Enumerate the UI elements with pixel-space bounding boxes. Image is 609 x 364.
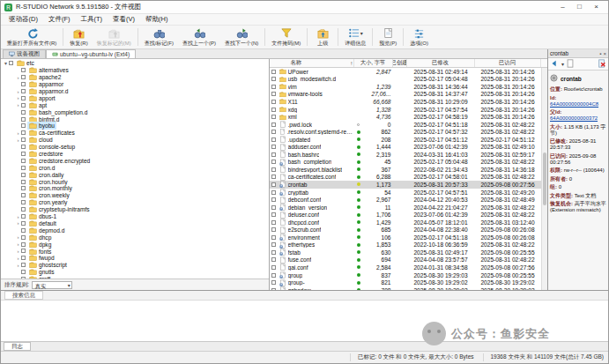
- expand-arrow-icon[interactable]: ›: [15, 220, 21, 226]
- checkbox[interactable]: [271, 288, 276, 290]
- scrollbar-thumb[interactable]: [543, 152, 546, 205]
- toolbar-button-10[interactable]: 预览(P): [375, 26, 401, 48]
- file-row-dhcpcd.conf[interactable]: dhcpcd.conf1,4292024-05-07 18:12:012025-…: [270, 219, 547, 227]
- close-panel-icon[interactable]: ×: [603, 51, 606, 56]
- expand-arrow-icon[interactable]: ›: [15, 89, 21, 94]
- file-row-group[interactable]: group8372025-08-30 19:29:032025-09-08 00…: [270, 271, 547, 279]
- collapse-arrow-icon[interactable]: ▾: [3, 60, 9, 66]
- file-row-usb_modeswitch.d[interactable]: usb_modeswitch.d2025-02-17 05:04:482025-…: [270, 76, 547, 84]
- file-row-xdg[interactable]: xdg1,3282025-02-17 04:57:542025-08-31 20…: [270, 106, 547, 114]
- file-row-ethertypes[interactable]: ethertypes1,8532022-10-18 06:36:592025-0…: [270, 241, 547, 249]
- menu-item-4[interactable]: 帮助(H): [140, 15, 173, 24]
- maximize-button[interactable]: □: [571, 1, 588, 13]
- file-row-UPower[interactable]: UPower2,8472025-08-31 02:49:142025-08-31…: [270, 68, 547, 76]
- checkbox[interactable]: [21, 96, 26, 100]
- checkbox[interactable]: [271, 160, 276, 164]
- checkbox[interactable]: [271, 167, 276, 172]
- checkbox[interactable]: [271, 205, 276, 210]
- checkbox[interactable]: [21, 75, 26, 79]
- expand-arrow-icon[interactable]: ›: [15, 214, 21, 219]
- pin-icon[interactable]: ▪: [599, 51, 601, 56]
- checkbox[interactable]: [271, 77, 276, 81]
- checkbox[interactable]: [21, 159, 26, 163]
- file-row-vim[interactable]: vim1,2392025-08-31 14:36:442025-08-31 20…: [270, 83, 547, 91]
- toolbar-button-7[interactable]: 文件掩码(M): [267, 26, 305, 48]
- checkbox[interactable]: [21, 117, 26, 122]
- file-row-bash.bashrc[interactable]: bash.bashrc2,3192024-03-31 16:41:032025-…: [270, 151, 547, 159]
- checkbox[interactable]: [271, 92, 276, 96]
- file-row-e2scrub.conf[interactable]: e2scrub.conf6852024-04-08 22:38:402025-0…: [270, 226, 547, 234]
- file-row-deluser.conf[interactable]: deluser.conf1,7062023-07-06 01:42:392025…: [270, 211, 547, 219]
- checkbox[interactable]: [271, 123, 276, 127]
- checkbox[interactable]: [21, 123, 26, 128]
- toolbar-button-2[interactable]: 恢复(R): [65, 26, 92, 48]
- checkbox[interactable]: [21, 110, 26, 115]
- toolbar-button-4[interactable]: 查找/标记(F): [140, 26, 178, 48]
- file-row-xml[interactable]: xml4,7362025-02-17 04:58:192025-08-31 20…: [270, 113, 547, 121]
- checkbox[interactable]: [271, 242, 276, 247]
- expand-arrow-icon[interactable]: ›: [15, 234, 21, 240]
- log-tab[interactable]: 日志: [4, 342, 31, 351]
- expand-arrow-icon[interactable]: ›: [15, 241, 21, 247]
- checkbox[interactable]: [21, 263, 26, 267]
- checkbox[interactable]: [21, 228, 26, 233]
- checkbox[interactable]: [21, 200, 26, 204]
- checkbox[interactable]: [271, 235, 276, 240]
- menu-item-1[interactable]: 文件(F): [43, 15, 76, 24]
- expand-arrow-icon[interactable]: ›: [15, 263, 21, 268]
- checkbox[interactable]: [21, 242, 26, 247]
- file-row-ca-certificates.conf[interactable]: ca-certificates.conf6,2882025-02-17 04:5…: [270, 174, 547, 182]
- toolbar-button-9[interactable]: ▾详细信息: [340, 26, 370, 48]
- expand-arrow-icon[interactable]: ›: [15, 137, 21, 143]
- checkbox[interactable]: [271, 115, 276, 119]
- back-icon[interactable]: [550, 59, 559, 69]
- file-row-gshadow[interactable]: gshadow7082025-08-30 19:29:032025-08-30 …: [270, 286, 547, 290]
- column-header-1[interactable]: 大小, 字节: [354, 59, 393, 67]
- checkbox[interactable]: [271, 182, 276, 187]
- checkbox[interactable]: [271, 190, 276, 195]
- checkbox[interactable]: [21, 137, 26, 142]
- checkbox[interactable]: [21, 214, 26, 219]
- file-row-.pwd.lock[interactable]: .pwd.lock02025-02-17 04:51:182025-08-31 …: [270, 121, 547, 129]
- tab-partition[interactable]: ubuntu--vg-ubuntu-lv (Ext4): [46, 49, 136, 58]
- checkbox[interactable]: [21, 89, 26, 93]
- column-header-4[interactable]: 已访问: [475, 59, 541, 67]
- vertical-scrollbar[interactable]: [541, 68, 547, 290]
- checkbox[interactable]: [271, 152, 276, 157]
- checkbox[interactable]: [271, 100, 276, 104]
- checkbox[interactable]: [271, 257, 276, 262]
- minimize-button[interactable]: –: [554, 1, 571, 13]
- file-row-group-[interactable]: group-8212025-08-30 19:29:022025-08-30 1…: [270, 279, 547, 286]
- checkbox[interactable]: [21, 103, 26, 108]
- checkbox[interactable]: [21, 173, 26, 177]
- checkbox[interactable]: [271, 175, 276, 179]
- checkbox[interactable]: [271, 145, 276, 149]
- file-row-fuse.conf[interactable]: fuse.conf6942024-04-08 23:57:572025-08-3…: [270, 256, 547, 264]
- menu-item-0[interactable]: 驱动器(D): [4, 15, 43, 24]
- toolbar-button-6[interactable]: 查找下一个(N): [220, 26, 263, 48]
- checkbox[interactable]: [271, 280, 276, 285]
- back-dropdown-icon[interactable]: ▾: [561, 61, 564, 67]
- checkbox[interactable]: [271, 70, 276, 74]
- toolbar-button-5[interactable]: 查找上一个(P): [178, 26, 220, 48]
- checkbox[interactable]: [271, 85, 276, 89]
- menu-item-3[interactable]: 查看(V): [108, 15, 140, 24]
- file-row-X11[interactable]: X1166,6682025-08-31 10:29:092025-08-31 2…: [270, 98, 547, 106]
- expand-arrow-icon[interactable]: ›: [15, 75, 21, 80]
- file-row-crypttab[interactable]: crypttab542025-02-17 04:57:512025-08-31 …: [270, 189, 547, 197]
- checkbox[interactable]: [271, 273, 276, 278]
- file-row-bindresvport.blacklist[interactable]: bindresvport.blacklist3672022-08-02 21:3…: [270, 166, 547, 174]
- file-row-debconf.conf[interactable]: debconf.conf2,9672024-04-12 20:40:532025…: [270, 196, 547, 204]
- file-row-fstab[interactable]: fstab6302025-08-31 02:49:172025-09-08 00…: [270, 249, 547, 256]
- id-link[interactable]: 64A00000000004C8: [550, 101, 598, 107]
- checkbox[interactable]: [21, 166, 26, 170]
- column-header-3[interactable]: 已修改: [407, 59, 475, 67]
- checkbox[interactable]: [21, 207, 26, 212]
- checkbox[interactable]: [21, 82, 26, 86]
- checkbox[interactable]: [271, 130, 276, 134]
- checkbox[interactable]: [21, 186, 26, 190]
- checkbox[interactable]: [271, 250, 276, 255]
- checkbox[interactable]: [271, 220, 276, 225]
- toolbar-button-8[interactable]: 上级: [309, 26, 336, 48]
- dropdown-caret-icon[interactable]: ▾: [360, 30, 363, 36]
